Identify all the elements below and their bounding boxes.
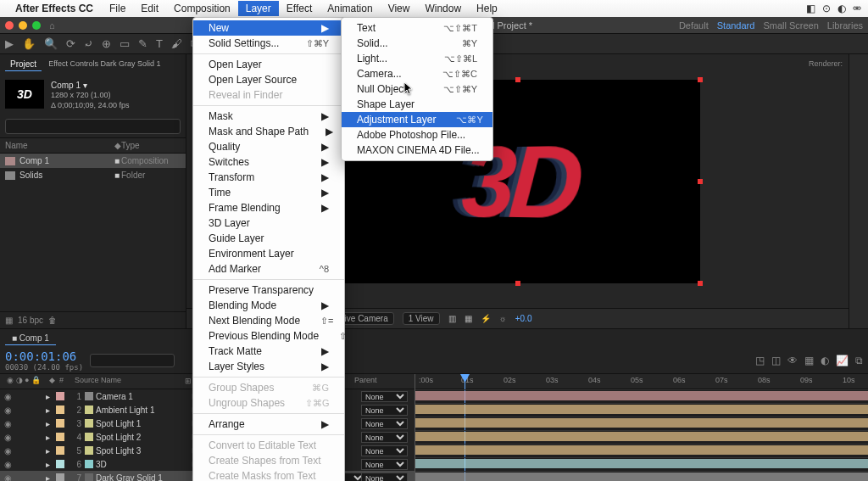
label-color[interactable] [56,446,64,455]
parent-select[interactable]: None [361,459,408,470]
zoom-tool-icon[interactable]: 🔍 [44,37,58,50]
parent-select[interactable]: None [361,391,408,402]
exposure-icon[interactable]: ☼ [499,314,507,323]
layer-clip[interactable] [415,459,868,468]
pixel-aspect-icon[interactable]: ▦ [465,314,472,323]
menu-item-blending-mode[interactable]: Blending Mode▶ [193,298,344,313]
workspace-standard[interactable]: Standard [717,20,755,31]
parent-select[interactable]: None [361,473,408,482]
draft-3d-icon[interactable]: ◫ [771,355,781,366]
menu-item-mask-and-shape-path[interactable]: Mask and Shape Path▶ [193,124,344,139]
menu-window[interactable]: Window [417,1,469,16]
menu-item-guide-layer[interactable]: Guide Layer [193,231,344,246]
transform-handle[interactable] [698,281,703,286]
menu-item-add-marker[interactable]: Add Marker^8 [193,261,344,277]
motion-blur-icon[interactable]: ◐ [821,355,829,366]
col-label-icon[interactable]: ◆ [114,141,121,150]
transform-handle[interactable] [698,179,703,184]
menu-item-3d-layer[interactable]: 3D Layer [193,215,344,231]
visibility-toggle[interactable]: ◉ [3,446,12,456]
track-row[interactable] [415,471,868,481]
menu-file[interactable]: File [102,1,133,16]
label-color[interactable] [56,460,64,468]
menu-item-layer-styles[interactable]: Layer Styles▶ [193,359,344,374]
transform-handle[interactable] [515,281,520,286]
menu-item-previous-blending-mode[interactable]: Previous Blending Mode⇧- [193,328,344,344]
hand-tool-icon[interactable]: ✋ [22,37,36,50]
lock-toggle[interactable] [34,405,42,415]
type-tool-icon[interactable]: T [156,37,163,50]
track-row[interactable] [415,403,868,415]
menu-composition[interactable]: Composition [166,1,238,16]
app-name[interactable]: After Effects CC [15,3,93,14]
exposure-value[interactable]: +0.0 [515,314,532,323]
menu-item-arrange[interactable]: Arrange▶ [193,417,344,432]
col-parent[interactable]: Parent [351,376,411,387]
menu-animation[interactable]: Animation [320,1,380,16]
view-options-icon[interactable]: ▥ [448,314,456,323]
comp-flowchart-icon[interactable]: ◳ [755,355,765,366]
track-row[interactable] [415,389,868,401]
visibility-toggle[interactable]: ◉ [3,460,12,469]
lock-toggle[interactable] [34,419,42,428]
menu-view[interactable]: View [381,1,418,16]
menu-item-adobe-photoshop-file[interactable]: Adobe Photoshop File... [342,127,492,143]
tray-icon[interactable]: ◐ [837,3,846,14]
project-search-input[interactable] [5,119,181,134]
bpc-toggle[interactable]: 16 bpc [18,316,43,325]
right-dock[interactable] [849,54,868,328]
timeline-tracks[interactable]: :00s01s02s03s04s05s06s07s08s09s10s [415,374,868,481]
expand-toggle[interactable]: ▸ [46,392,54,401]
tab-effect-controls[interactable]: Effect Controls Dark Gray Solid 1 [43,58,165,71]
menu-item-light[interactable]: Light...⌥⇧⌘L [342,51,492,66]
window-close-button[interactable] [5,21,14,30]
current-timecode[interactable]: 0:00:01:06 [5,350,83,363]
expand-toggle[interactable]: ▸ [46,460,54,469]
frame-blend-icon[interactable]: ▦ [804,355,814,366]
shape-tool-icon[interactable]: ▭ [120,37,130,50]
lock-toggle[interactable] [34,392,42,401]
comp-name[interactable]: Comp 1 ▾ [51,80,130,91]
transform-handle[interactable] [698,77,703,82]
time-ruler[interactable]: :00s01s02s03s04s05s06s07s08s09s10s [415,374,868,389]
rotate-tool-icon[interactable]: ⤾ [84,37,93,50]
parent-select[interactable]: None [361,445,408,456]
expand-toggle[interactable]: ▸ [46,473,54,482]
tray-icon[interactable]: ⊙ [822,3,831,14]
project-item[interactable]: Solids■Folder [0,168,186,182]
menu-item-adjustment-layer[interactable]: Adjustment Layer⌥⌘Y [342,112,492,127]
track-row[interactable] [415,417,868,428]
expand-toggle[interactable]: ▸ [46,405,54,415]
visibility-toggle[interactable]: ◉ [3,433,12,442]
menu-item-track-matte[interactable]: Track Matte▶ [193,344,344,359]
expand-toggle[interactable]: ▸ [46,433,54,442]
visibility-toggle[interactable]: ◉ [3,419,12,428]
parent-select[interactable]: None [361,405,408,416]
menu-item-new[interactable]: New▶ [193,20,344,36]
menu-item-text[interactable]: Text⌥⇧⌘T [342,20,492,36]
anchor-tool-icon[interactable]: ⊕ [102,37,111,50]
menu-item-solid-settings[interactable]: Solid Settings...⇧⌘Y [193,36,344,51]
visibility-toggle[interactable]: ◉ [3,473,12,482]
brush-tool-icon[interactable]: 🖌 [171,37,182,50]
visibility-toggle[interactable]: ◉ [3,405,12,415]
graph-editor-icon[interactable]: 📈 [836,355,849,366]
col-type[interactable]: Type [121,141,181,150]
window-zoom-button[interactable] [32,21,41,30]
layer-clip[interactable] [415,445,868,455]
lock-toggle[interactable] [34,460,42,469]
fast-previews-icon[interactable]: ⚡ [481,314,491,323]
menu-item-time[interactable]: Time▶ [193,185,344,200]
lock-toggle[interactable] [34,473,42,482]
tray-icon[interactable]: ◧ [806,3,815,14]
layer-clip[interactable] [415,391,868,400]
menu-item-null-object[interactable]: Null Object⌥⇧⌘Y [342,81,492,97]
menu-effect[interactable]: Effect [279,1,320,16]
label-color[interactable] [56,419,64,428]
transform-handle[interactable] [515,77,520,82]
visibility-toggle[interactable]: ◉ [3,392,12,401]
workspace-small-screen[interactable]: Small Screen [763,20,818,31]
home-icon[interactable]: ⌂ [49,20,55,31]
layer-clip[interactable] [415,473,868,481]
selection-tool-icon[interactable]: ▶ [5,37,14,50]
